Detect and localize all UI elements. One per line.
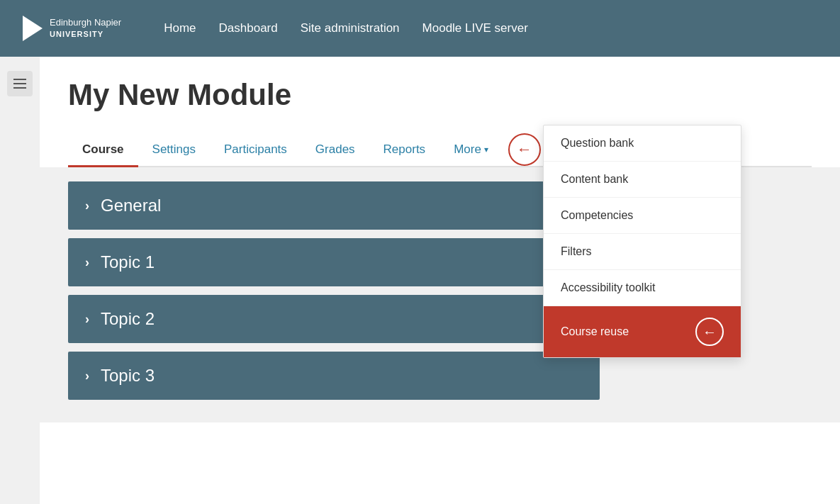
topic-label-general: General: [101, 196, 161, 215]
chevron-right-icon: ›: [85, 369, 89, 383]
main-wrapper: My New Module Course Settings Participan…: [0, 57, 840, 504]
hamburger-icon: [13, 79, 26, 89]
tab-grades[interactable]: Grades: [301, 134, 369, 167]
topic-row-3[interactable]: › Topic 3: [68, 352, 600, 400]
topic-label-3: Topic 3: [101, 366, 155, 386]
topic-label-2: Topic 2: [101, 309, 155, 329]
dropdown-item-competencies[interactable]: Competencies: [544, 198, 741, 234]
tab-course[interactable]: Course: [68, 134, 138, 167]
nav-home[interactable]: Home: [164, 21, 196, 35]
back-arrow-icon: ←: [517, 142, 532, 157]
back-button-top[interactable]: ←: [508, 133, 541, 166]
content-area: My New Module Course Settings Participan…: [40, 57, 840, 504]
topic-row-general[interactable]: › General: [68, 181, 600, 230]
more-dropdown-menu: Question bank Content bank Competencies …: [543, 125, 741, 358]
back-arrow-white-icon: ←: [702, 324, 717, 340]
logo-arrow-icon: [23, 16, 43, 41]
dropdown-item-question-bank[interactable]: Question bank: [544, 125, 741, 162]
main-nav-links: Home Dashboard Site administration Moodl…: [164, 21, 528, 35]
logo-name: Edinburgh Napier: [50, 17, 121, 28]
logo-sub: UNIVERSITY: [50, 29, 121, 39]
dropdown-item-course-reuse[interactable]: Course reuse ←: [544, 306, 741, 357]
dropdown-item-content-bank[interactable]: Content bank: [544, 162, 741, 198]
sidebar-toggle-button[interactable]: [7, 71, 33, 96]
topic-row-1[interactable]: › Topic 1: [68, 238, 600, 286]
topic-label-1: Topic 1: [101, 252, 155, 272]
tab-settings[interactable]: Settings: [138, 134, 210, 167]
more-label: More: [454, 142, 481, 157]
top-navigation: Edinburgh Napier UNIVERSITY Home Dashboa…: [0, 0, 840, 57]
dropdown-item-filters[interactable]: Filters: [544, 234, 741, 270]
chevron-right-icon: ›: [85, 255, 89, 270]
nav-site-administration[interactable]: Site administration: [301, 21, 400, 35]
nav-dashboard[interactable]: Dashboard: [219, 21, 278, 35]
dropdown-item-accessibility-toolkit[interactable]: Accessibility toolkit: [544, 270, 741, 306]
tab-more[interactable]: More ▾: [439, 134, 503, 167]
sidebar-toggle-area: [0, 57, 40, 504]
chevron-right-icon: ›: [85, 312, 89, 327]
back-circle-small: ←: [695, 318, 724, 346]
chevron-down-icon: ▾: [484, 145, 488, 155]
logo[interactable]: Edinburgh Napier UNIVERSITY: [23, 16, 121, 41]
topic-row-2[interactable]: › Topic 2: [68, 295, 600, 343]
chevron-right-icon: ›: [85, 198, 89, 213]
nav-moodle-live[interactable]: Moodle LIVE server: [422, 21, 528, 35]
topics-wrapper: › General › Topic 1 › Topic 2 › Topic 3 …: [40, 167, 840, 422]
tab-participants[interactable]: Participants: [210, 134, 301, 167]
page-title: My New Module: [68, 78, 812, 112]
course-reuse-label: Course reuse: [561, 325, 629, 338]
tab-reports[interactable]: Reports: [369, 134, 440, 167]
